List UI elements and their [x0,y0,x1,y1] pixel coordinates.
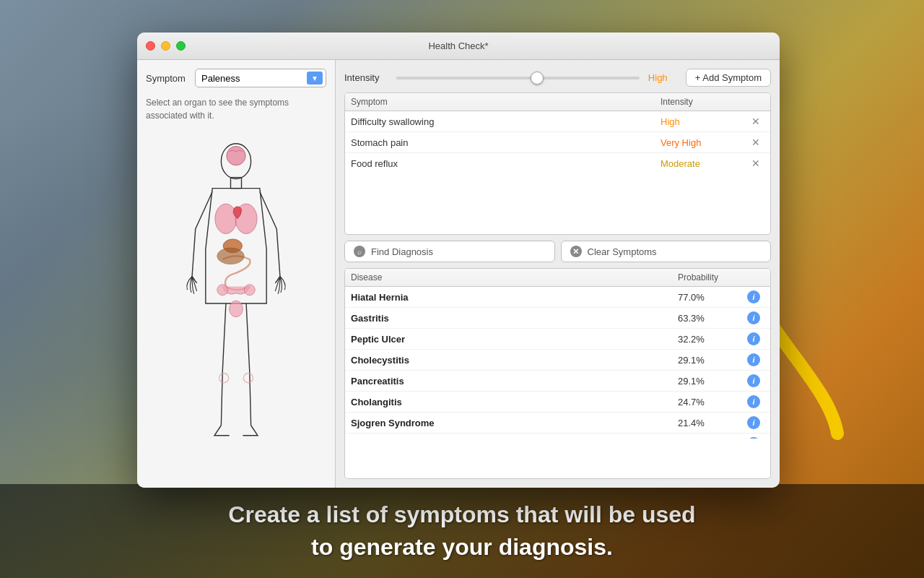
disease-name: Pancreatitis [351,376,678,387]
clear-icon: ✕ [570,246,582,257]
remove-symptom-button[interactable]: ✕ [747,136,764,149]
disease-probability: 77.0% [678,292,743,303]
info-button[interactable]: i [747,332,760,345]
table-row: Stomach pain Very High ✕ [345,132,770,153]
maximize-button[interactable] [176,41,186,51]
symptoms-table-header: Symptom Intensity [345,93,770,111]
row-symptom-name: Difficulty swallowing [351,116,661,127]
remove-symptom-button[interactable]: ✕ [747,157,764,170]
intensity-row: Intensity High + Add Symptom [344,69,771,87]
info-button[interactable]: i [747,416,760,429]
disease-name: Sjogren Syndrome [351,418,678,428]
slider-track [396,77,640,79]
bottom-caption: Create a list of symptoms that will be u… [0,484,924,578]
svg-point-5 [215,204,237,233]
svg-point-12 [219,374,229,383]
intensity-value-label: High [648,72,677,83]
info-button[interactable]: i [747,437,760,439]
action-buttons: ⌕ Find Diagnosis ✕ Clear Symptoms [344,241,771,262]
row-intensity-value: Very High [661,137,747,148]
table-row: Hiatal Hernia 77.0% i [345,287,770,308]
info-button[interactable]: i [747,374,760,387]
symptom-dropdown[interactable]: Paleness ▼ [195,69,326,87]
minimize-button[interactable] [161,41,170,51]
remove-symptom-button[interactable]: ✕ [747,115,764,128]
window-content: Symptom Paleness ▼ Select an organ to se… [137,60,780,488]
probability-col-header: Probability [678,272,743,282]
table-row: Difficulty swallowing High ✕ [345,111,770,132]
symptom-label: Symptom [146,73,189,84]
find-diagnosis-button[interactable]: ⌕ Find Diagnosis [344,241,555,262]
info-button-cell: i [743,395,764,408]
symptom-selected-value: Paleness [201,73,304,84]
action-col-header [747,97,764,107]
slider-fill [396,77,542,79]
disease-name: Scleroderma [351,439,678,439]
table-row: Gastritis 63.3% i [345,308,770,329]
svg-point-4 [227,147,245,165]
bottom-text-line1: Create a list of symptoms that will be u… [228,501,695,527]
window-title: Health Check* [428,40,488,51]
info-button[interactable]: i [747,311,760,324]
find-diagnosis-label: Find Diagnosis [371,246,433,257]
right-panel: Intensity High + Add Symptom Symptom Int… [336,60,780,488]
disease-col-header: Disease [351,272,678,282]
info-button-cell: i [743,311,764,324]
search-icon: ⌕ [354,246,365,257]
diagnosis-table-header: Disease Probability [345,269,770,287]
intensity-slider[interactable] [396,71,640,85]
disease-probability: 21.4% [678,418,743,428]
clear-symptoms-button[interactable]: ✕ Clear Symptoms [561,241,772,262]
svg-point-8 [217,248,245,264]
disease-probability: 63.3% [678,313,743,324]
dropdown-arrow-icon: ▼ [307,72,323,85]
info-button-cell: i [743,437,764,439]
intensity-col-header: Intensity [661,97,747,107]
titlebar: Health Check* [137,33,780,60]
svg-point-9 [217,285,228,296]
disease-name: Gastritis [351,313,678,324]
table-row: Cholecystitis 29.1% i [345,350,770,371]
symptom-selector-row: Symptom Paleness ▼ [146,69,326,87]
disease-name: Cholangitis [351,397,678,407]
disease-probability: 32.2% [678,334,743,345]
svg-point-10 [244,285,255,296]
disease-name: Cholecystitis [351,355,678,366]
disease-probability: 24.7% [678,397,743,407]
clear-symptoms-label: Clear Symptoms [588,246,657,257]
symptoms-table: Symptom Intensity Difficulty swallowing … [344,92,771,235]
add-symptom-button[interactable]: + Add Symptom [686,69,771,87]
hint-text: Select an organ to see the symptoms asso… [146,96,326,122]
info-button-cell: i [743,353,764,366]
symptom-col-header: Symptom [351,97,661,107]
close-button[interactable] [146,41,155,51]
disease-probability: 19.7% [678,439,743,439]
table-row: Cholangitis 24.7% i [345,392,770,413]
bottom-text-line2: to generate your diagnosis. [311,534,613,560]
table-row: Pancreatitis 29.1% i [345,371,770,392]
info-button-cell: i [743,416,764,429]
row-intensity-value: Moderate [661,158,747,169]
body-figure [146,128,326,479]
info-button-cell: i [743,290,764,303]
info-button-cell: i [743,332,764,345]
info-button-cell: i [743,374,764,387]
slider-thumb[interactable] [531,72,544,85]
table-row: Peptic Ulcer 32.2% i [345,329,770,350]
intensity-label: Intensity [344,72,388,83]
disease-name: Peptic Ulcer [351,334,678,345]
info-button[interactable]: i [747,290,760,303]
disease-probability: 29.1% [678,376,743,387]
symptoms-table-body: Difficulty swallowing High ✕ Stomach pai… [345,111,770,234]
disease-probability: 29.1% [678,355,743,366]
info-button[interactable]: i [747,395,760,408]
info-button[interactable]: i [747,353,760,366]
table-row: Food reflux Moderate ✕ [345,153,770,173]
row-intensity-value: High [661,116,747,127]
svg-point-11 [230,301,243,317]
info-col-header [743,272,764,282]
traffic-lights [146,41,186,51]
row-symptom-name: Food reflux [351,158,661,169]
diagnosis-table: Disease Probability Hiatal Hernia 77.0% … [344,268,771,479]
svg-point-13 [243,374,253,383]
